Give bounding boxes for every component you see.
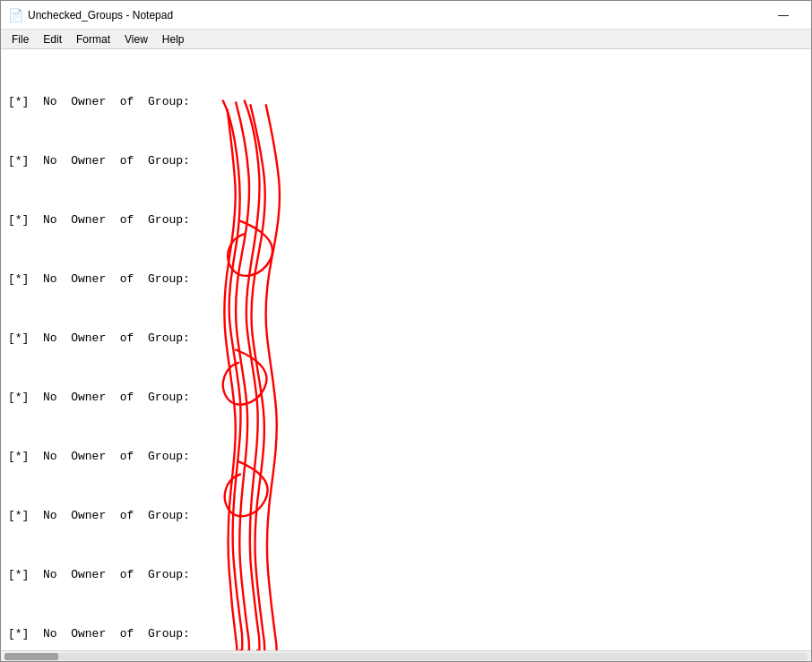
- scrollbar-thumb[interactable]: [4, 653, 58, 660]
- line: [*] No Owner of Group:: [8, 151, 804, 171]
- app-icon: 📄: [8, 8, 22, 22]
- editor-area[interactable]: [*] No Owner of Group: [*] No Owner of G…: [1, 49, 811, 650]
- editor-content: [*] No Owner of Group: [*] No Owner of G…: [1, 49, 811, 650]
- line: [*] No Owner of Group:: [8, 270, 804, 289]
- title-bar-left: 📄 Unchecked_Groups - Notepad: [8, 8, 173, 22]
- line: [*] No Owner of Group:: [8, 565, 804, 585]
- menu-file[interactable]: File: [4, 31, 36, 47]
- menu-edit[interactable]: Edit: [36, 31, 69, 47]
- title-bar: 📄 Unchecked_Groups - Notepad —: [1, 1, 811, 30]
- menu-format[interactable]: Format: [69, 31, 117, 47]
- line: [*] No Owner of Group:: [8, 506, 804, 526]
- minimize-button[interactable]: —: [763, 1, 804, 30]
- window-title: Unchecked_Groups - Notepad: [28, 9, 173, 21]
- horizontal-scrollbar[interactable]: [1, 650, 811, 661]
- line: [*] No Owner of Group:: [8, 92, 804, 112]
- notepad-window: 📄 Unchecked_Groups - Notepad — File Edit…: [0, 0, 812, 662]
- line: [*] No Owner of Group:: [8, 329, 804, 348]
- scrollbar-track[interactable]: [4, 653, 808, 660]
- line: [*] No Owner of Group:: [8, 624, 804, 644]
- menu-bar: File Edit Format View Help: [1, 30, 811, 49]
- line: [*] No Owner of Group:: [8, 211, 804, 230]
- menu-view[interactable]: View: [117, 31, 155, 47]
- line: [*] No Owner of Group:: [8, 388, 804, 408]
- title-controls: —: [763, 1, 804, 30]
- menu-help[interactable]: Help: [155, 31, 192, 47]
- line: [*] No Owner of Group:: [8, 447, 804, 467]
